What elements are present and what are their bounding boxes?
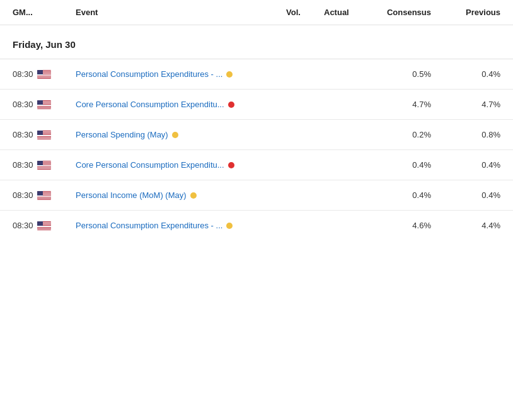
time-cell: 08:30	[13, 160, 76, 170]
consensus-cell: 0.2%	[374, 130, 437, 139]
previous-cell: 0.4%	[437, 69, 500, 79]
event-name[interactable]: Personal Consumption Expenditures - ...	[76, 69, 286, 79]
yellow-dot-icon	[226, 223, 233, 229]
main-container: GM... Event Vol. Actual Consensus Previo…	[0, 0, 513, 420]
header-previous: Previous	[437, 8, 500, 17]
event-name[interactable]: Core Personal Consumption Expenditu...	[76, 100, 286, 109]
event-label: Personal Consumption Expenditures - ...	[76, 221, 222, 230]
consensus-cell: 0.5%	[374, 69, 437, 79]
consensus-cell: 0.4%	[374, 190, 437, 200]
section-date: Friday, Jun 30	[0, 25, 513, 59]
time-value: 08:30	[13, 69, 33, 79]
previous-cell: 0.4%	[437, 190, 500, 200]
table-row: 08:30 Core Personal Consumption Expendit…	[0, 150, 513, 180]
us-flag-icon	[37, 191, 51, 200]
yellow-dot-icon	[190, 192, 197, 199]
event-label: Core Personal Consumption Expenditu...	[76, 160, 224, 170]
event-label: Personal Spending (May)	[76, 130, 168, 139]
table-row: 08:30 Personal Consumption Expenditures …	[0, 211, 513, 240]
header-event: Event	[76, 8, 286, 17]
yellow-dot-icon	[172, 132, 178, 138]
time-value: 08:30	[13, 130, 33, 139]
table-row: 08:30 Personal Consumption Expenditures …	[0, 59, 513, 90]
time-cell: 08:30	[13, 190, 76, 200]
event-name[interactable]: Personal Consumption Expenditures - ...	[76, 221, 286, 230]
red-dot-icon	[228, 102, 234, 108]
us-flag-icon	[37, 70, 51, 79]
events-list: 08:30 Personal Consumption Expenditures …	[0, 59, 513, 240]
header-actual: Actual	[324, 8, 374, 17]
time-value: 08:30	[13, 221, 33, 230]
event-label: Core Personal Consumption Expenditu...	[76, 100, 224, 109]
yellow-dot-icon	[226, 71, 233, 78]
time-cell: 08:30	[13, 221, 76, 230]
event-name[interactable]: Personal Spending (May)	[76, 130, 286, 139]
time-value: 08:30	[13, 190, 33, 200]
previous-cell: 4.4%	[437, 221, 500, 230]
event-label: Personal Consumption Expenditures - ...	[76, 69, 222, 79]
previous-cell: 0.8%	[437, 130, 500, 139]
event-label: Personal Income (MoM) (May)	[76, 190, 187, 200]
consensus-cell: 4.6%	[374, 221, 437, 230]
us-flag-icon	[37, 100, 51, 109]
table-header: GM... Event Vol. Actual Consensus Previo…	[0, 0, 513, 25]
us-flag-icon	[37, 131, 51, 139]
header-vol: Vol.	[286, 8, 324, 17]
red-dot-icon	[228, 162, 234, 168]
consensus-cell: 0.4%	[374, 160, 437, 170]
table-row: 08:30 Core Personal Consumption Expendit…	[0, 90, 513, 120]
time-cell: 08:30	[13, 100, 76, 109]
previous-cell: 4.7%	[437, 100, 500, 109]
table-row: 08:30 Personal Spending (May) 0.2%0.8%	[0, 120, 513, 150]
header-consensus: Consensus	[374, 8, 437, 17]
time-value: 08:30	[13, 160, 33, 170]
time-cell: 08:30	[13, 130, 76, 139]
event-name[interactable]: Personal Income (MoM) (May)	[76, 190, 286, 200]
table-row: 08:30 Personal Income (MoM) (May) 0.4%0.…	[0, 180, 513, 211]
consensus-cell: 4.7%	[374, 100, 437, 109]
us-flag-icon	[37, 221, 51, 230]
header-gm: GM...	[13, 8, 76, 17]
time-cell: 08:30	[13, 69, 76, 79]
event-name[interactable]: Core Personal Consumption Expenditu...	[76, 160, 286, 170]
us-flag-icon	[37, 161, 51, 170]
previous-cell: 0.4%	[437, 160, 500, 170]
time-value: 08:30	[13, 100, 33, 109]
